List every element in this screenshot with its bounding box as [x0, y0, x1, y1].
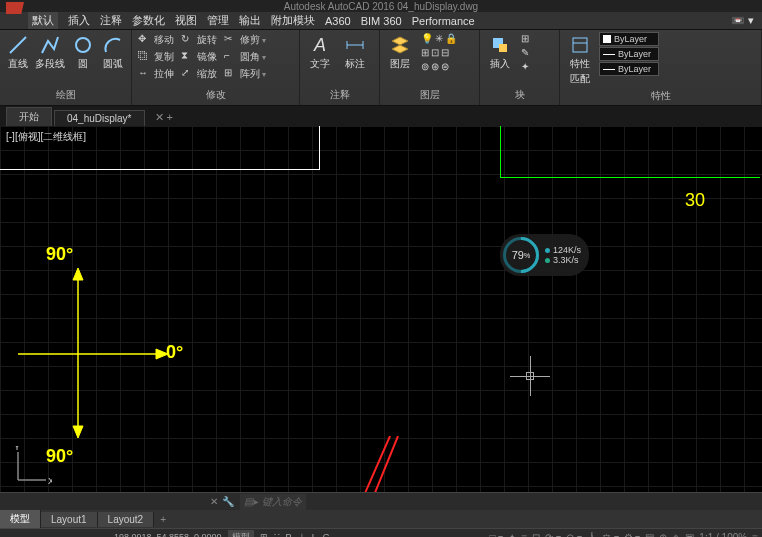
- ribbon-tab[interactable]: 参数化: [132, 13, 165, 28]
- linetype-bylayer[interactable]: ByLayer: [599, 62, 659, 76]
- status-iso-icon[interactable]: ◈: [672, 532, 680, 538]
- layout-tab-1[interactable]: Layout1: [41, 512, 98, 527]
- block-edit[interactable]: ✎: [519, 46, 531, 59]
- move-button[interactable]: ✥移动: [136, 32, 176, 48]
- circle-icon: [72, 34, 94, 56]
- ribbon-group-label: 注释: [304, 87, 375, 103]
- layer-state-2[interactable]: ⊞⊡⊟: [419, 46, 459, 59]
- layout-tab-add-icon[interactable]: +: [154, 512, 172, 527]
- status-toggle[interactable]: G: [323, 532, 330, 537]
- svg-rect-6: [499, 44, 507, 52]
- svg-text:X: X: [48, 476, 52, 486]
- svg-marker-10: [73, 268, 83, 280]
- status-grid-icon[interactable]: ⊞: [260, 532, 268, 537]
- fillet-icon: ⌐: [224, 50, 238, 64]
- dim-button[interactable]: 标注: [339, 32, 371, 73]
- block-create[interactable]: ⊞: [519, 32, 531, 45]
- status-toggle[interactable]: L: [312, 532, 317, 537]
- status-osnap-icon[interactable]: □ ▾: [490, 532, 504, 538]
- status-space-button[interactable]: 模型: [228, 530, 254, 538]
- ribbon: 直线 多段线 圆 圆弧 绘图 ✥移动 ⿻复制 ↔拉伸: [0, 30, 762, 106]
- status-clean-icon[interactable]: ▣: [685, 532, 694, 538]
- status-custom-icon[interactable]: ≡: [752, 532, 758, 538]
- file-tab-document[interactable]: 04_huDisplay*: [54, 110, 145, 126]
- ribbon-tab[interactable]: Performance: [412, 15, 475, 27]
- ribbon-tab[interactable]: 视图: [175, 13, 197, 28]
- fillet-button[interactable]: ⌐圆角▾: [222, 49, 268, 65]
- block-attr[interactable]: ✦: [519, 60, 531, 73]
- insert-button[interactable]: 插入: [484, 32, 516, 73]
- status-snap-icon[interactable]: ∷: [274, 532, 280, 537]
- layout-tab-2[interactable]: Layout2: [98, 512, 155, 527]
- arrow-horizontal[interactable]: [18, 344, 168, 364]
- array-button[interactable]: ⊞阵列▾: [222, 66, 268, 82]
- svg-rect-7: [573, 38, 587, 52]
- file-tab-add-icon[interactable]: ✕ +: [147, 109, 181, 126]
- widget-percent-gauge: 79%: [503, 237, 539, 273]
- ribbon-tab[interactable]: 默认: [28, 12, 58, 29]
- status-bar: 198.0918, 54.8558, 0.0000 模型 ⊞ ∷ P ⊥ L G…: [0, 528, 762, 537]
- arc-button[interactable]: 圆弧: [100, 32, 127, 73]
- status-lwt-icon[interactable]: ≡: [521, 532, 527, 538]
- rotate-button[interactable]: ↻旋转: [179, 32, 219, 48]
- floating-monitor-widget[interactable]: 79% 124K/s 3.3K/s: [500, 234, 589, 276]
- circle-button[interactable]: 圆: [69, 32, 96, 73]
- scale-button[interactable]: ⤢缩放: [179, 66, 219, 82]
- autocad-app-icon[interactable]: [6, 2, 24, 14]
- svg-text:Y: Y: [14, 446, 20, 452]
- ribbon-tab[interactable]: 注释: [100, 13, 122, 28]
- drawing-text-30[interactable]: 30: [685, 190, 705, 211]
- layer-state-3[interactable]: ⊚⊛⊜: [419, 60, 459, 73]
- command-line[interactable]: ✕ 🔧 ▤▸ 键入命令: [0, 492, 762, 510]
- mirror-icon: ⧗: [181, 50, 195, 64]
- layout-tab-model[interactable]: 模型: [0, 510, 41, 528]
- status-trans-icon[interactable]: ⊡: [532, 532, 540, 538]
- mirror-button[interactable]: ⧗镜像: [179, 49, 219, 65]
- ribbon-group-block: 插入 ⊞ ✎ ✦ 块: [480, 30, 560, 105]
- lineweight-bylayer[interactable]: ByLayer: [599, 47, 659, 61]
- ucs-icon[interactable]: Y X: [12, 446, 52, 486]
- ribbon-tab[interactable]: A360: [325, 15, 351, 27]
- status-monitor-icon[interactable]: ▤: [645, 532, 654, 538]
- drawing-object-rect-green[interactable]: [500, 126, 760, 178]
- ribbon-group-props: 特性 匹配 ByLayer ByLayer ByLayer 特性: [560, 30, 762, 105]
- text-button[interactable]: A 文字: [304, 32, 336, 73]
- layer-props-button[interactable]: 图层: [384, 32, 416, 73]
- stretch-button[interactable]: ↔拉伸: [136, 66, 176, 82]
- status-3d-icon[interactable]: ⊙ ▾: [566, 532, 582, 538]
- line-button[interactable]: 直线: [4, 32, 31, 73]
- drawing-object-rect-white[interactable]: [0, 126, 320, 170]
- status-dyn-icon[interactable]: ✦: [508, 532, 516, 538]
- cmd-wrench-icon[interactable]: 🔧: [222, 496, 234, 507]
- download-dot-icon: [545, 258, 550, 263]
- copy-button[interactable]: ⿻复制: [136, 49, 176, 65]
- cmd-close-icon[interactable]: ✕: [210, 496, 218, 507]
- coordinates-readout[interactable]: 198.0918, 54.8558, 0.0000: [114, 532, 222, 537]
- ribbon-tab[interactable]: 插入: [68, 13, 90, 28]
- layer-state-1[interactable]: 💡✳🔒: [419, 32, 459, 45]
- ribbon-tab[interactable]: 附加模块: [271, 13, 315, 28]
- ribbon-tab[interactable]: BIM 360: [361, 15, 402, 27]
- ribbon-group-label: 块: [484, 87, 555, 103]
- status-ann-icon[interactable]: 人: [587, 530, 597, 537]
- file-tab-start[interactable]: 开始: [6, 107, 52, 126]
- status-toggle[interactable]: P: [286, 532, 292, 537]
- title-bar: Autodesk AutoCAD 2016 04_huDisplay.dwg: [0, 0, 762, 12]
- polyline-button[interactable]: 多段线: [34, 32, 66, 73]
- trim-button[interactable]: ✂修剪▾: [222, 32, 268, 48]
- drawing-viewport[interactable]: [-][俯视][二维线框] 30 90° 0° 90° 79% 124K/s 3…: [0, 126, 762, 492]
- props-icon: [569, 34, 591, 56]
- ribbon-tab[interactable]: 输出: [239, 13, 261, 28]
- ribbon-search-icon[interactable]: 📼 ▾: [731, 14, 754, 27]
- status-toggle[interactable]: ⊥: [298, 532, 306, 537]
- status-qcycle-icon[interactable]: ⟳ ▾: [545, 532, 561, 538]
- status-zoom-readout[interactable]: 1:1 / 100%: [699, 532, 747, 538]
- color-bylayer[interactable]: ByLayer: [599, 32, 659, 46]
- props-button[interactable]: 特性 匹配: [564, 32, 596, 88]
- ribbon-tab[interactable]: 管理: [207, 13, 229, 28]
- angle-label-top: 90°: [46, 244, 73, 265]
- status-hw-icon[interactable]: ⊕: [659, 532, 667, 538]
- status-annscale-icon[interactable]: ⚖ ▾: [602, 532, 619, 538]
- command-input[interactable]: ▤▸ 键入命令: [240, 494, 306, 510]
- status-ws-icon[interactable]: ⚙ ▾: [624, 532, 641, 538]
